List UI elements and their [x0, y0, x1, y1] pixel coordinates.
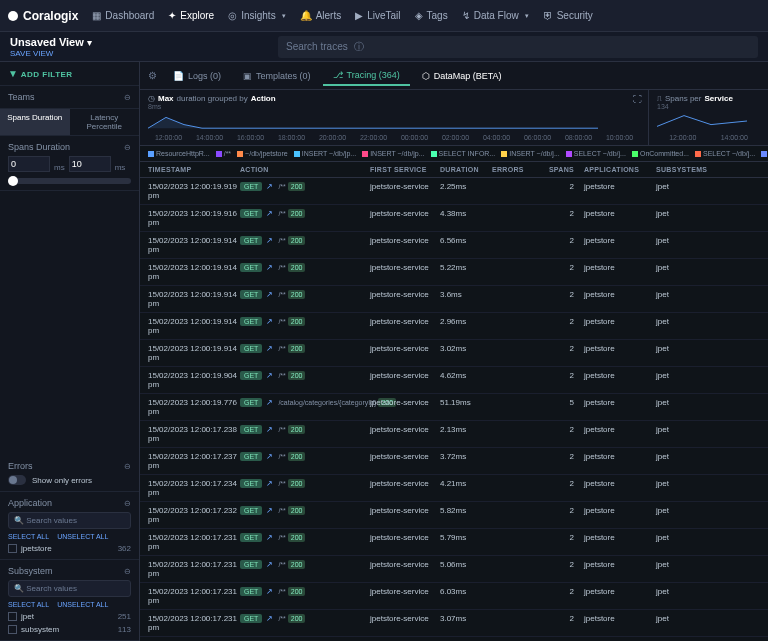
nav-dashboard[interactable]: ▦Dashboard	[92, 10, 154, 21]
table-row[interactable]: 15/02/2023 12:00:17.218 pmGET↗/**200jpet…	[140, 637, 768, 641]
legend-item[interactable]: INSERT ~/db/jp...	[362, 150, 424, 157]
cell-service: jpetstore-service	[370, 371, 440, 389]
search-traces-input[interactable]: Search traces ⓘ	[278, 36, 758, 58]
table-row[interactable]: 15/02/2023 12:00:17.231 pmGET↗/**200jpet…	[140, 610, 768, 637]
legend-item[interactable]: SELECT ~/db/j...	[566, 150, 626, 157]
legend-item[interactable]: OnCommitted...	[632, 150, 689, 157]
select-all-link[interactable]: SELECT ALL	[8, 533, 49, 540]
col-action[interactable]: ACTION	[240, 166, 370, 173]
collapse-icon[interactable]: ⊖	[124, 143, 131, 152]
collapse-icon[interactable]: ⊖	[124, 567, 131, 576]
method-badge: GET	[240, 560, 262, 569]
add-filter-button[interactable]: ▼ ADD FILTER	[0, 62, 139, 86]
search-icon: 🔍	[14, 516, 24, 525]
expand-icon[interactable]: ⛶	[633, 94, 642, 104]
tab-latency-percentile[interactable]: Latency Percentile	[70, 109, 140, 135]
subsystem-jpet-row[interactable]: jpet 251	[8, 612, 131, 621]
table-row[interactable]: 15/02/2023 12:00:17.231 pmGET↗/**200jpet…	[140, 529, 768, 556]
brand[interactable]: Coralogix	[8, 9, 78, 23]
status-badge: 200	[288, 614, 306, 623]
table-row[interactable]: 15/02/2023 12:00:19.914 pmGET↗/**200jpet…	[140, 232, 768, 259]
table-row[interactable]: 15/02/2023 12:00:17.232 pmGET↗/**200jpet…	[140, 502, 768, 529]
nav-livetail[interactable]: ▶LiveTail	[355, 10, 400, 21]
cell-duration: 3.6ms	[440, 290, 492, 308]
show-only-errors-toggle[interactable]	[8, 475, 26, 485]
col-subsystems[interactable]: SUBSYSTEMS	[656, 166, 706, 173]
col-applications[interactable]: APPLICATIONS	[584, 166, 656, 173]
cell-action: GET↗/**200	[240, 614, 370, 632]
legend-item[interactable]: SELECT INFOR...	[431, 150, 496, 157]
cell-timestamp: 15/02/2023 12:00:19.919 pm	[140, 182, 240, 200]
status-badge: 200	[288, 533, 306, 542]
range-min-input[interactable]	[8, 156, 50, 172]
slider-handle[interactable]	[8, 176, 18, 186]
legend-item[interactable]: INSERT ~/db/j...	[501, 150, 560, 157]
settings-icon[interactable]: ⚙	[148, 70, 157, 81]
col-duration[interactable]: DURATION	[440, 166, 492, 173]
nav-tags[interactable]: ◈Tags	[415, 10, 448, 21]
table-row[interactable]: 15/02/2023 12:00:17.231 pmGET↗/**200jpet…	[140, 556, 768, 583]
save-view-link[interactable]: SAVE VIEW	[10, 49, 92, 58]
table-row[interactable]: 15/02/2023 12:00:19.904 pmGET↗/**200jpet…	[140, 367, 768, 394]
duration-slider[interactable]	[8, 178, 131, 184]
method-badge: GET	[240, 479, 262, 488]
tab-templates[interactable]: ▣Templates (0)	[233, 67, 321, 85]
nav-alerts[interactable]: 🔔Alerts	[300, 10, 342, 21]
checkbox-icon[interactable]	[8, 612, 17, 621]
col-first-service[interactable]: FIRST SERVICE	[370, 166, 440, 173]
table-row[interactable]: 15/02/2023 12:00:17.237 pmGET↗/**200jpet…	[140, 448, 768, 475]
col-timestamp[interactable]: TIMESTAMP	[140, 166, 240, 173]
nav-insights[interactable]: ◎Insights▾	[228, 10, 285, 21]
legend-item[interactable]: ~/db/jpetstore	[237, 150, 288, 157]
legend-item[interactable]: SELECT ~/db/j...	[695, 150, 755, 157]
table-row[interactable]: 15/02/2023 12:00:19.776 pmGET↗/catalog/c…	[140, 394, 768, 421]
unselect-all-link[interactable]: UNSELECT ALL	[57, 533, 108, 540]
tab-tracing[interactable]: ⎇Tracing (364)	[323, 66, 410, 86]
col-spans[interactable]: SPANS	[544, 166, 584, 173]
spans-per-service-chart[interactable]: ⎍ Spans per Service 134 12:00:0014:00:00	[648, 90, 768, 145]
table-row[interactable]: 15/02/2023 12:00:17.234 pmGET↗/**200jpet…	[140, 475, 768, 502]
unselect-all-link[interactable]: UNSELECT ALL	[57, 601, 108, 608]
cell-action: GET↗/**200	[240, 344, 370, 362]
select-all-link[interactable]: SELECT ALL	[8, 601, 49, 608]
checkbox-icon[interactable]	[8, 544, 17, 553]
status-badge: 200	[288, 425, 306, 434]
checkbox-icon[interactable]	[8, 625, 17, 634]
nav-security[interactable]: ⛨Security	[543, 10, 593, 21]
nav-explore[interactable]: ✦Explore	[168, 10, 214, 21]
tab-spans-duration[interactable]: Spans Duration	[0, 109, 70, 135]
tab-logs[interactable]: 📄Logs (0)	[163, 67, 231, 85]
subsystem-subsystem-row[interactable]: subsystem 113	[8, 625, 131, 634]
cell-service: jpetstore-service	[370, 533, 440, 551]
table-row[interactable]: 15/02/2023 12:00:19.919 pmGET↗/**200jpet…	[140, 178, 768, 205]
route-text: /**	[278, 561, 285, 568]
application-search[interactable]: 🔍 Search values	[8, 512, 131, 529]
table-row[interactable]: 15/02/2023 12:00:19.914 pmGET↗/**200jpet…	[140, 286, 768, 313]
cell-service: jpetstore-service	[370, 344, 440, 362]
app-jpetstore-row[interactable]: jpetstore 362	[8, 544, 131, 553]
cell-errors	[492, 371, 544, 389]
cell-sub: jpet	[656, 560, 706, 578]
table-row[interactable]: 15/02/2023 12:00:19.914 pmGET↗/**200jpet…	[140, 313, 768, 340]
table-row[interactable]: 15/02/2023 12:00:19.914 pmGET↗/**200jpet…	[140, 259, 768, 286]
status-badge: 200	[288, 344, 306, 353]
subsystem-search[interactable]: 🔍 Search values	[8, 580, 131, 597]
nav-dataflow[interactable]: ↯Data Flow▾	[462, 10, 529, 21]
collapse-icon[interactable]: ⊖	[124, 462, 131, 471]
table-row[interactable]: 15/02/2023 12:00:17.231 pmGET↗/**200jpet…	[140, 583, 768, 610]
legend-item[interactable]: jpetstore-servi...	[761, 150, 768, 157]
teams-section[interactable]: Teams ⊖	[8, 92, 131, 102]
col-errors[interactable]: ERRORS	[492, 166, 544, 173]
collapse-icon[interactable]: ⊖	[124, 499, 131, 508]
table-row[interactable]: 15/02/2023 12:00:19.916 pmGET↗/**200jpet…	[140, 205, 768, 232]
legend-item[interactable]: /**	[216, 150, 231, 157]
legend-item[interactable]: ResourceHttpR...	[148, 150, 210, 157]
tab-datamap[interactable]: ⬡DataMap (BETA)	[412, 67, 512, 85]
table-row[interactable]: 15/02/2023 12:00:17.238 pmGET↗/**200jpet…	[140, 421, 768, 448]
range-max-input[interactable]	[69, 156, 111, 172]
table-row[interactable]: 15/02/2023 12:00:19.914 pmGET↗/**200jpet…	[140, 340, 768, 367]
unsaved-view[interactable]: Unsaved View ▾	[10, 36, 92, 48]
link-icon: ↗	[266, 344, 273, 353]
legend-item[interactable]: INSERT ~/db/jp...	[294, 150, 356, 157]
max-duration-chart[interactable]: ◷ Max duration grouped by Action ⛶ 8ms 1…	[140, 90, 648, 145]
